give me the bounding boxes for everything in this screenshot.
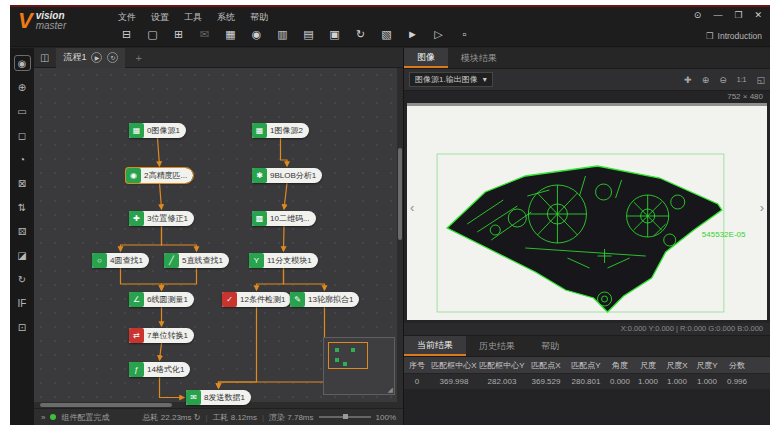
tab-result-3[interactable]: 帮助 xyxy=(528,336,572,356)
column-header: 匹配框中心Y xyxy=(478,357,526,373)
introduction-button[interactable]: ❒ Introduction xyxy=(706,31,762,41)
prev-image-icon[interactable]: ‹ xyxy=(410,200,414,215)
front-run-icon[interactable]: ▫ xyxy=(456,26,473,42)
minimize-icon[interactable]: — xyxy=(713,10,722,20)
save-as-icon[interactable]: ⊞ xyxy=(170,26,187,42)
flow-tab-label: 流程1 xyxy=(63,51,86,64)
flow-node-n9[interactable]: ✱9BLOB分析1 xyxy=(252,168,322,183)
data-queue-icon[interactable]: ▧ xyxy=(378,26,395,42)
zoom-in-icon[interactable]: ⊕ xyxy=(702,75,710,85)
match-tool-icon[interactable]: ⊠ xyxy=(14,175,31,191)
image-viewer[interactable]: 752 × 480 xyxy=(404,91,770,323)
flow-node-n3[interactable]: ✚3位置修正1 xyxy=(129,211,194,226)
fit-screen-icon[interactable]: ◱ xyxy=(756,75,765,85)
camera-icon[interactable]: ◉ xyxy=(248,26,265,42)
tab-result-1[interactable]: 当前结果 xyxy=(404,336,466,356)
tab-result-2[interactable]: 历史结果 xyxy=(466,336,528,356)
flow-node-n0[interactable]: ▦0图像源1 xyxy=(129,123,186,138)
menu-item-系统[interactable]: 系统 xyxy=(217,11,235,24)
menu-item-文件[interactable]: 文件 xyxy=(118,11,136,24)
column-header: 分数 xyxy=(722,357,752,373)
module-icon: ƒ xyxy=(129,362,144,377)
collapse-icon[interactable]: » xyxy=(41,413,45,422)
flow-node-n13[interactable]: ✎13轮廓拟合1 xyxy=(290,292,359,307)
communication-tool-icon[interactable]: ⊡ xyxy=(14,319,31,335)
camera-tool-icon[interactable]: ◉ xyxy=(14,55,31,71)
flow-node-n8[interactable]: ✉8发送数据1 xyxy=(186,390,251,405)
module-icon: ⇄ xyxy=(129,328,144,343)
logo-v-icon: V xyxy=(18,11,33,31)
if-logic-tool-icon[interactable]: IF xyxy=(14,295,31,311)
roi-tool-icon[interactable]: ▭ xyxy=(14,103,31,119)
module-manager-icon[interactable]: ▣ xyxy=(326,26,343,42)
status-ready-text: 组件配置完成 xyxy=(61,412,109,423)
communication-icon[interactable]: ▥ xyxy=(274,26,291,42)
close-icon[interactable]: ✕ xyxy=(754,10,762,20)
one-to-one-icon[interactable]: 1:1 xyxy=(737,76,747,83)
recognition-tool-icon[interactable]: ↻ xyxy=(14,271,31,287)
flow-node-n5[interactable]: ╱5直线查找1 xyxy=(164,253,229,268)
image-source-dropdown[interactable]: 图像源1.输出图像 ▾ xyxy=(409,72,493,87)
menu-item-帮助[interactable]: 帮助 xyxy=(250,11,268,24)
flow-node-n2[interactable]: ◉2高精度匹... xyxy=(126,168,193,183)
flow-canvas[interactable]: ◢ ▦0图像源1▦1图像源2◉2高精度匹...✱9BLOB分析1✚3位置修正1▩… xyxy=(34,68,403,408)
flow-edge-n4-n6 xyxy=(121,268,162,290)
flow-node-n6[interactable]: ∠6线圆测量1 xyxy=(129,292,194,307)
location-tool-icon[interactable]: ⊕ xyxy=(14,79,31,95)
menu-item-工具[interactable]: 工具 xyxy=(184,11,202,24)
calc-tool-icon[interactable]: ⚄ xyxy=(14,223,31,239)
app-logo: V vision master xyxy=(18,11,66,31)
global-variable-icon[interactable]: ▦ xyxy=(222,26,239,42)
run-once-flow-button[interactable]: ▶ xyxy=(91,52,102,63)
next-image-icon[interactable]: › xyxy=(760,200,764,215)
tab-viewer-1[interactable]: 图像 xyxy=(404,48,448,68)
flow-edge-n13-n8 xyxy=(219,307,325,388)
minimap[interactable]: ◢ xyxy=(323,337,395,395)
add-flow-button[interactable]: + xyxy=(135,52,141,64)
column-header: 序号 xyxy=(404,357,430,373)
io-monitor-icon[interactable]: ▤ xyxy=(300,26,317,42)
module-icon: ○ xyxy=(92,253,107,268)
flow-node-n4[interactable]: ○4圆查找1 xyxy=(92,253,149,268)
flow-node-n1[interactable]: ▦1图像源2 xyxy=(252,123,309,138)
open-icon[interactable]: ▢ xyxy=(144,26,161,42)
flow-node-label: 14格式化1 xyxy=(147,364,184,375)
run-continuous-icon[interactable]: ▷ xyxy=(430,26,447,42)
tab-viewer-2[interactable]: 模块结果 xyxy=(448,48,510,68)
flow-vertical-scrollbar[interactable] xyxy=(397,68,403,402)
minimap-resize-icon[interactable]: ◢ xyxy=(388,386,393,394)
focus-tool-icon[interactable]: ◻ xyxy=(14,127,31,143)
hierarchy-icon[interactable]: ◫ xyxy=(40,52,49,63)
minimap-viewport[interactable] xyxy=(328,342,368,369)
menu-item-设置[interactable]: 设置 xyxy=(151,11,169,24)
run-continuous-flow-button[interactable]: ↻ xyxy=(107,52,118,63)
table-row[interactable]: 0369.998282.003369.529280.8010.0001.0001… xyxy=(404,373,770,389)
export-icon[interactable]: ✉ xyxy=(196,26,213,42)
module-icon: ✓ xyxy=(222,292,237,307)
module-icon: ▦ xyxy=(129,123,144,138)
run-once-icon[interactable]: ► xyxy=(404,26,421,42)
table-cell: 282.003 xyxy=(478,374,526,389)
theme-icon[interactable]: ⊙ xyxy=(694,10,702,20)
measure-tool-icon[interactable]: ◔ xyxy=(14,151,31,167)
zoom-slider[interactable] xyxy=(319,416,371,418)
flow-node-n11[interactable]: Y11分支模块1 xyxy=(249,253,318,268)
flow-node-n10[interactable]: ▩10二维码... xyxy=(252,211,316,226)
pan-icon[interactable]: ✚ xyxy=(684,75,692,85)
zoom-out-icon[interactable]: ⊖ xyxy=(719,75,727,85)
run-settings-icon[interactable]: ↻ xyxy=(352,26,369,42)
table-cell: 369.998 xyxy=(430,374,478,389)
flow-node-n7[interactable]: ⇄7单位转换1 xyxy=(129,328,194,343)
flow-edge-n3-n5 xyxy=(162,226,197,251)
module-icon: ╱ xyxy=(164,253,179,268)
flow-node-n12[interactable]: ✓12条件检测1 xyxy=(222,292,291,307)
align-tool-icon[interactable]: ⇅ xyxy=(14,199,31,215)
zoom-level: 100% xyxy=(376,413,396,422)
color-tool-icon[interactable]: ◪ xyxy=(14,247,31,263)
image-display[interactable]: 545532E-05 ‹ › xyxy=(407,103,767,320)
flow-node-n14[interactable]: ƒ14格式化1 xyxy=(129,362,190,377)
flow-tab[interactable]: 流程1 ▶ ↻ xyxy=(56,48,125,68)
save-icon[interactable]: ⊟ xyxy=(118,26,135,42)
module-icon: ◉ xyxy=(126,168,141,183)
restore-icon[interactable]: ❐ xyxy=(734,10,742,20)
